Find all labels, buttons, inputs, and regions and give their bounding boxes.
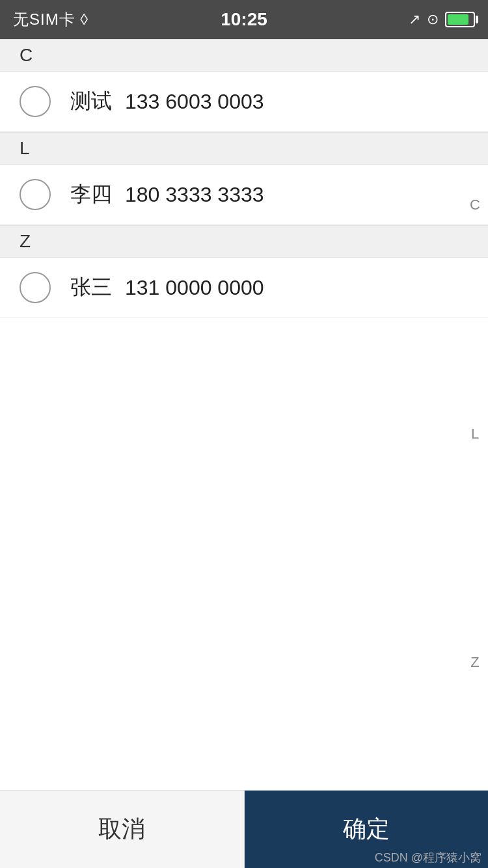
- status-bar: 无SIM卡 ◊ 10:25 ↗ ⊙: [0, 0, 488, 39]
- radio-button-ceshi[interactable]: [20, 86, 51, 117]
- contact-name-zhangsan: 张三: [70, 273, 112, 302]
- alpha-letter-c[interactable]: C: [470, 197, 480, 213]
- alphabet-sidebar: C L Z: [462, 78, 488, 790]
- section-header-l: L: [0, 132, 488, 165]
- contact-phone-ceshi: 133 6003 0003: [125, 90, 264, 114]
- cancel-button[interactable]: 取消: [0, 791, 245, 868]
- status-time: 10:25: [221, 9, 267, 30]
- contact-name-ceshi: 测试: [70, 87, 112, 116]
- radio-button-zhangsan[interactable]: [20, 272, 51, 303]
- status-carrier: 无SIM卡 ◊: [13, 9, 88, 30]
- contact-item-lisi[interactable]: 李四 180 3333 3333: [0, 165, 488, 225]
- contact-phone-zhangsan: 131 0000 0000: [125, 276, 264, 300]
- section-header-z: Z: [0, 225, 488, 258]
- lock-icon: ⊙: [427, 11, 439, 28]
- section-header-c: C: [0, 39, 488, 72]
- contact-name-lisi: 李四: [70, 180, 112, 209]
- status-icons: ↗ ⊙: [409, 11, 475, 28]
- alpha-letter-z[interactable]: Z: [470, 654, 479, 671]
- contact-phone-lisi: 180 3333 3333: [125, 183, 264, 207]
- main-content: C 测试 133 6003 0003 L 李四 180 3333 3333 Z …: [0, 39, 488, 868]
- battery-icon: [445, 12, 475, 27]
- contact-item-zhangsan[interactable]: 张三 131 0000 0000: [0, 258, 488, 318]
- watermark: CSDN @程序猿小窝: [375, 850, 481, 865]
- location-icon: ↗: [409, 11, 420, 28]
- alpha-letter-l[interactable]: L: [471, 426, 479, 442]
- contact-item-ceshi[interactable]: 测试 133 6003 0003: [0, 72, 488, 132]
- radio-button-lisi[interactable]: [20, 179, 51, 210]
- contact-list: C 测试 133 6003 0003 L 李四 180 3333 3333 Z …: [0, 39, 488, 318]
